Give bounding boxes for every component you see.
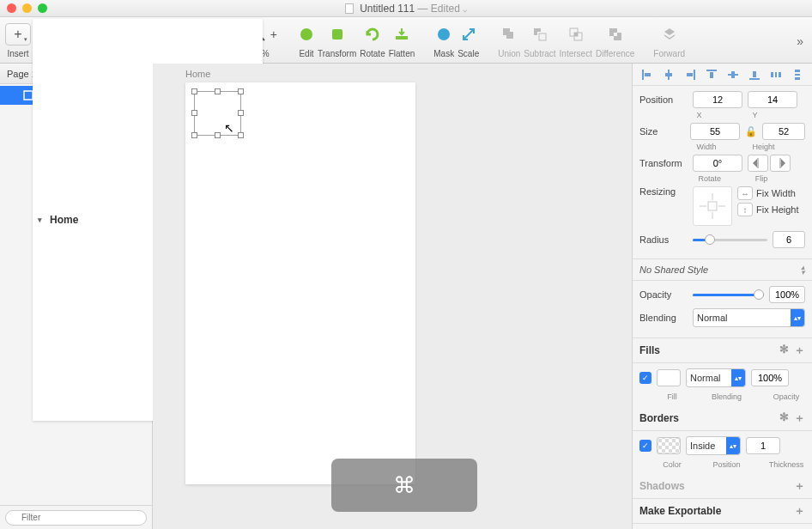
align-right-icon[interactable]	[682, 67, 698, 82]
resizing-constraints[interactable]	[693, 186, 732, 226]
artboard-home[interactable]: ↖	[185, 82, 415, 484]
fills-gear-icon[interactable]: ✻	[779, 343, 789, 358]
transform-icon[interactable]	[330, 27, 345, 42]
fill-opacity-input[interactable]	[751, 369, 789, 386]
flip-horizontal-button[interactable]	[748, 155, 768, 172]
svg-point-7	[300, 28, 312, 40]
fill-blend-select[interactable]: Normal▴▾	[686, 368, 746, 387]
keystroke-overlay: ⌘	[331, 459, 477, 512]
border-checkbox[interactable]: ✓	[639, 440, 651, 452]
canvas[interactable]: Home ↖ ⌘	[153, 64, 632, 529]
blending-select[interactable]: Normal ▴▾	[693, 308, 805, 327]
document-title: Untitled 111	[360, 3, 415, 15]
x-sublabel: X	[697, 111, 747, 119]
radius-slider[interactable]	[693, 233, 767, 246]
resize-handle-n[interactable]	[215, 88, 221, 94]
blending-label: Blending	[639, 313, 688, 323]
y-input[interactable]	[748, 91, 797, 108]
forward-label: Forward	[653, 49, 685, 58]
union-icon[interactable]	[501, 27, 517, 42]
insert-button[interactable]: +▾	[5, 23, 31, 46]
border-position-select[interactable]: Inside▴▾	[686, 436, 741, 455]
shared-style-arrows-icon: ▴▾	[801, 264, 805, 275]
minimize-button[interactable]	[22, 3, 32, 13]
shared-style-select[interactable]: No Shared Style ▴▾	[633, 259, 812, 281]
fill-color-swatch[interactable]	[657, 369, 681, 386]
opacity-input[interactable]	[769, 286, 805, 303]
svg-rect-17	[645, 73, 651, 76]
export-header[interactable]: Make Exportable ＋	[633, 499, 812, 524]
export-label: Make Exportable	[639, 505, 721, 517]
height-input[interactable]	[762, 123, 805, 140]
edit-icon[interactable]	[299, 27, 314, 42]
align-hcenter-icon[interactable]	[661, 67, 676, 82]
subtract-icon[interactable]	[532, 27, 548, 42]
size-label: Size	[639, 126, 685, 137]
disclosure-icon[interactable]: ▾	[38, 216, 46, 224]
rotate-input[interactable]	[693, 155, 742, 172]
resize-handle-nw[interactable]	[191, 88, 197, 94]
blending-value: Normal	[697, 313, 727, 323]
flip-vertical-button[interactable]	[770, 155, 791, 172]
svg-rect-29	[775, 72, 777, 77]
svg-rect-15	[24, 91, 33, 100]
radius-input[interactable]	[773, 231, 805, 248]
distribute-h-icon[interactable]	[768, 67, 784, 82]
scale-icon[interactable]	[461, 27, 476, 42]
fill-checkbox[interactable]: ✓	[639, 372, 651, 384]
forward-icon[interactable]	[662, 27, 677, 42]
shadows-add-icon[interactable]: ＋	[794, 478, 805, 494]
align-left-icon[interactable]	[639, 67, 655, 82]
resize-handle-s[interactable]	[215, 132, 221, 138]
borders-gear-icon[interactable]: ✻	[779, 410, 789, 426]
fills-add-icon[interactable]: ＋	[794, 343, 805, 358]
svg-rect-8	[332, 29, 342, 40]
artboard-row[interactable]: ▾ Home	[33, 84, 152, 421]
toolbar-overflow-icon[interactable]: »	[793, 31, 807, 52]
fix-width-button[interactable]: ↔Fix Width	[737, 186, 799, 200]
layers-panel: Page 1 ⌵ ☰ ▾ Home Rectangle 🔍 ▣ ✎ 0	[0, 64, 153, 529]
opacity-slider[interactable]	[693, 288, 764, 301]
svg-rect-9	[396, 36, 408, 40]
selected-rectangle[interactable]: ↖	[194, 91, 241, 136]
distribute-v-icon[interactable]	[790, 67, 805, 82]
subtract-label: Subtract	[524, 49, 555, 58]
align-controls	[633, 64, 812, 86]
close-button[interactable]	[7, 3, 16, 13]
svg-rect-25	[731, 71, 735, 78]
fix-height-button[interactable]: ↕Fix Height	[737, 203, 799, 216]
difference-icon[interactable]	[608, 27, 623, 42]
artboard-label[interactable]: Home	[185, 69, 210, 79]
intersect-icon[interactable]	[568, 27, 584, 42]
filter-input[interactable]	[5, 510, 147, 526]
opacity-section: Opacity Blending Normal ▴▾	[633, 281, 812, 338]
maximize-button[interactable]	[38, 3, 47, 13]
rotate-sublabel: Rotate	[698, 174, 748, 183]
lock-icon[interactable]: 🔓	[745, 126, 757, 137]
resize-handle-sw[interactable]	[191, 132, 197, 138]
width-input[interactable]	[690, 123, 740, 140]
svg-rect-19	[665, 73, 672, 76]
border-thickness-input[interactable]	[746, 437, 780, 454]
mask-icon[interactable]	[436, 27, 451, 42]
rotate-icon[interactable]	[365, 27, 380, 42]
resize-handle-e[interactable]	[238, 110, 244, 116]
x-input[interactable]	[693, 91, 742, 108]
resize-handle-ne[interactable]	[238, 88, 244, 94]
edit-label: Edit	[299, 49, 313, 58]
zoom-in-button[interactable]: +	[268, 27, 280, 41]
align-top-icon[interactable]	[704, 67, 719, 82]
align-vcenter-icon[interactable]	[725, 67, 741, 82]
resize-handle-w[interactable]	[191, 110, 197, 116]
insert-group: +▾ Insert	[5, 20, 31, 58]
svg-rect-33	[795, 77, 800, 80]
borders-add-icon[interactable]: ＋	[794, 410, 805, 426]
resize-handle-se[interactable]	[238, 132, 244, 138]
title-dropdown-icon[interactable]: ⌵	[463, 5, 467, 14]
document-icon	[345, 3, 354, 14]
export-add-icon[interactable]: ＋	[794, 503, 805, 519]
radius-label: Radius	[639, 234, 688, 245]
align-bottom-icon[interactable]	[747, 67, 762, 82]
border-color-swatch[interactable]	[657, 437, 681, 454]
flatten-icon[interactable]	[394, 27, 409, 42]
